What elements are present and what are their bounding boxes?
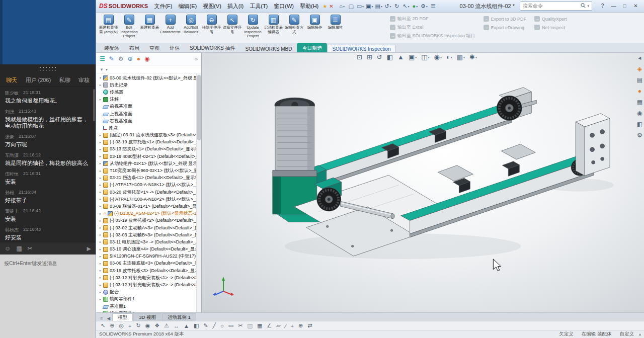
search-dropdown-icon[interactable]: ▾ xyxy=(587,4,589,8)
tree-item[interactable]: ▾ 03-00 流水线组件-02 (默认<<默认>_外观 显示状态< xyxy=(96,74,201,81)
ribbon-tab[interactable]: SOLIDWORKS 插件 xyxy=(185,43,240,52)
tree-item[interactable]: ▸ 03-09 联轴器-01<1> (Default<<Default>_显示状 xyxy=(96,203,201,210)
section-view-icon[interactable]: ◧ xyxy=(194,322,199,329)
rectangle-icon[interactable]: ▭ xyxy=(228,322,233,329)
chat-tab[interactable]: 聊天 xyxy=(6,76,17,84)
expand-arrow-icon[interactable]: ▸ xyxy=(98,226,103,230)
home-icon[interactable]: ⌂ xyxy=(339,3,346,10)
inspection-tab-icon[interactable]: ◉ xyxy=(144,55,149,62)
propertymanager-tab-icon[interactable]: ✎ xyxy=(109,55,114,62)
maximize-button[interactable]: □ xyxy=(619,2,630,11)
select-tool-icon[interactable]: ↖ xyxy=(101,322,105,329)
tree-item[interactable]: ▸ (-) 03-03 主动轴B<3> (Default<<Default>_显… xyxy=(96,231,201,238)
tabs-list-icon[interactable]: ≡ xyxy=(98,316,105,321)
move-component-icon[interactable]: + xyxy=(128,323,131,329)
tree-item[interactable]: ▸ ⚠ (-) B1302_ASM-02<1> (默认<显示状态-1>) xyxy=(96,210,201,217)
expand-arrow-icon[interactable]: ▸ xyxy=(98,276,103,280)
screenshot-icon[interactable]: ✂ xyxy=(28,245,33,252)
tree-item[interactable]: ▸ T10宽度30周长960-02<1> (默认<<默认>_显示 xyxy=(96,167,201,174)
tree-item[interactable]: ▸ 03-11 电机固定<3> -> (Default<<Default>_显示 xyxy=(96,238,201,245)
expand-arrow-icon[interactable]: ▸ xyxy=(98,169,103,173)
filter-caret-icon[interactable]: ▾ xyxy=(106,67,108,72)
tree-item[interactable]: 基准面1 xyxy=(96,303,201,310)
undo-icon[interactable]: ↺ xyxy=(384,3,391,10)
tree-item[interactable]: ▸ 03-13 防夹块<1> (Default<<Default>_显示状态 xyxy=(96,146,201,153)
circle-icon[interactable]: ○ xyxy=(220,323,224,329)
tabs-prev-icon[interactable]: ◀ xyxy=(105,316,112,321)
reference-axis-icon[interactable]: ∕ xyxy=(285,323,286,329)
isometric-view-icon[interactable]: ◈ xyxy=(637,65,642,72)
sketch-icon[interactable]: ✎ xyxy=(203,322,208,329)
ribbon-tab[interactable]: SOLIDWORKS MBD xyxy=(240,45,297,52)
options-icon[interactable]: ⚙ xyxy=(637,132,642,139)
ribbon-button[interactable]: + Add Characteristic xyxy=(160,14,181,42)
menu-item[interactable]: 插入(I) xyxy=(224,3,247,10)
expand-arrow-icon[interactable]: ▸ xyxy=(98,233,103,237)
tree-item[interactable]: 传感器 xyxy=(96,89,201,96)
exploded-view-icon[interactable]: ❖ xyxy=(154,322,159,329)
expand-arrow-icon[interactable]: ▸ xyxy=(98,240,103,244)
interference-detection-icon[interactable]: ⚠ xyxy=(164,322,169,329)
ribbon-tab[interactable]: 布局 xyxy=(124,43,144,52)
expand-arrow-icon[interactable]: ▸ xyxy=(98,154,103,158)
mirror-entities-icon[interactable]: ◫ xyxy=(247,322,252,329)
ribbon-button[interactable]: ▣ 编辑操作 xyxy=(304,14,325,42)
expand-arrow-icon[interactable]: ▸ xyxy=(98,197,103,201)
document-tab[interactable]: 运动算例 1 xyxy=(162,313,196,321)
tree-item[interactable]: ▸ (-) 03-02 主动轴A<3> (Default<<Default>_显… xyxy=(96,224,201,231)
export-button[interactable]: →Export to 3D PDF xyxy=(484,15,527,23)
redo-icon[interactable]: ↻ xyxy=(393,3,400,10)
expand-arrow-icon[interactable]: ▸ xyxy=(98,204,103,208)
tree-item[interactable]: ▸ (-) 03-12 对射光电安装板<1> -> (Default<<Defa xyxy=(96,274,201,281)
mate-icon[interactable]: ◎ xyxy=(119,322,124,329)
rotate-component-icon[interactable]: ↻ xyxy=(136,322,140,329)
save-icon[interactable]: ▣ xyxy=(366,3,373,10)
appearance-ball-icon[interactable]: ● xyxy=(638,88,641,95)
tree-item[interactable]: ▸ (-) ATPA17H100-A-N18<1> (默认<<默认>_外观 xyxy=(96,182,201,189)
tree-item[interactable]: ▸ 03-20 皮带托架<1> -> (Default<<Default>_显示 xyxy=(96,189,201,196)
flyout-arrow-icon[interactable]: » xyxy=(195,56,198,62)
tree-item[interactable]: ▸ 03-19 皮带托板<3> (Default<<Default>_显示 xyxy=(96,267,201,274)
pan-icon[interactable]: ⇄ xyxy=(307,322,312,329)
search-icon[interactable] xyxy=(581,3,586,9)
coordinate-system-icon[interactable]: + xyxy=(290,323,293,329)
collapse-toolbar-icon[interactable]: ▴ xyxy=(639,332,641,336)
tree-item[interactable]: ▸ (-) 03-19 皮带托板<2> (Default<<Default>_显… xyxy=(96,217,201,224)
measure-icon[interactable]: ↔ xyxy=(174,323,179,329)
menu-item[interactable]: 编辑(E) xyxy=(176,3,200,10)
tree-item[interactable]: ▸ 5IK120RGN-CF-5GN9RH-AUS22 (中空17) <3> xyxy=(96,253,201,260)
ribbon-button[interactable]: ◎ Add/Edit Balloons xyxy=(181,14,201,42)
expand-arrow-icon[interactable]: ▸ xyxy=(98,212,103,216)
insert-component-icon[interactable]: ⊕ xyxy=(110,322,114,329)
smart-dimension-icon[interactable]: ∠ xyxy=(267,322,272,329)
chat-scrollbar[interactable] xyxy=(93,89,95,240)
ribbon-tab[interactable]: 今日制造 xyxy=(297,43,327,52)
ribbon-button[interactable]: ↻ Update Inspection Project xyxy=(243,14,263,42)
ribbon-tab[interactable]: 评估 xyxy=(165,43,185,52)
expand-arrow-icon[interactable]: ▸ xyxy=(98,262,103,266)
tree-item[interactable]: ▸ (-) ATPA17H100-A-N18<2> (默认<<默认>_外观 xyxy=(96,196,201,203)
ribbon-tab[interactable]: SOLIDWORKS Inspection xyxy=(327,45,395,52)
document-tab[interactable]: 3D 视图 xyxy=(133,313,162,321)
annotation-views-icon[interactable]: ▲ xyxy=(397,53,404,61)
configurationmanager-tab-icon[interactable]: ⚙ xyxy=(118,55,124,62)
expand-arrow-icon[interactable]: ▸ xyxy=(98,83,103,87)
ribbon-button[interactable]: ▦ 新建检查表 xyxy=(139,14,160,42)
chat-input[interactable]: 按Ctrl+Enter键发送消息 xyxy=(0,255,96,338)
displaymanager-tab-icon[interactable]: ● xyxy=(137,55,140,62)
export-button[interactable]: →QualityXpert xyxy=(534,15,567,23)
chat-tab[interactable]: 用户 (206) xyxy=(25,76,51,84)
expand-arrow-icon[interactable]: ▸ xyxy=(98,140,103,144)
expand-arrow-icon[interactable]: ▸ xyxy=(98,133,103,137)
collapse-pane-icon[interactable]: ◂ xyxy=(638,54,641,61)
graphics-area[interactable]: ⊡⊞↺◧▲▣◫◉◐▦✱ ◂◈▤●▦◉◧⚙ xyxy=(202,53,644,312)
previous-view-icon[interactable]: ↺ xyxy=(377,53,382,61)
view-orientation-icon[interactable]: ▣ xyxy=(409,53,417,61)
file-properties-icon[interactable]: ☰ xyxy=(430,3,437,10)
tree-item[interactable]: 右视基准面 xyxy=(96,117,201,124)
expand-arrow-icon[interactable]: ▸ xyxy=(98,290,103,294)
close-document-icon[interactable]: ✕ xyxy=(329,4,333,9)
expand-arrow-icon[interactable]: ▸ xyxy=(98,297,103,301)
ribbon-tab[interactable]: 装配体 xyxy=(99,43,124,52)
expand-arrow-icon[interactable]: ▸ xyxy=(98,219,103,223)
